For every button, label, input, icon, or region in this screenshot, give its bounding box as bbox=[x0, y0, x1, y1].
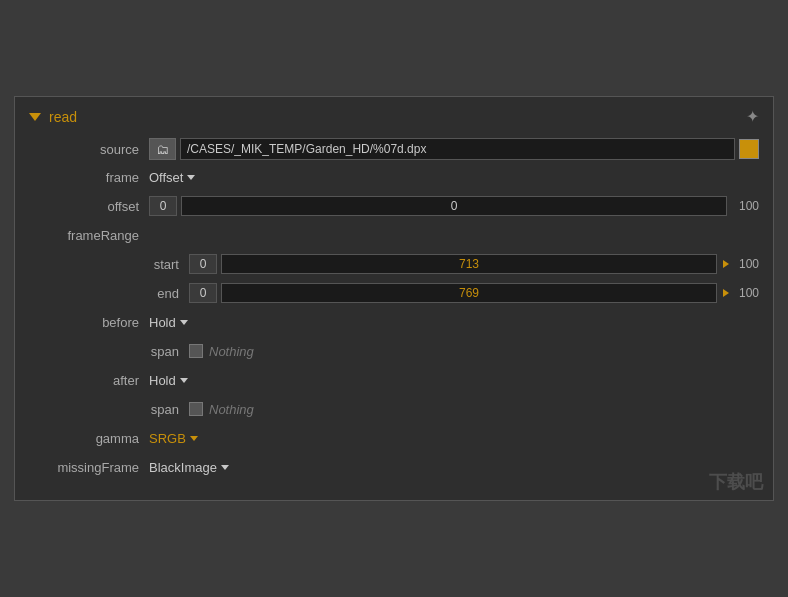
start-label: start bbox=[29, 257, 189, 272]
missingframe-row: missingFrame BlackImage bbox=[29, 455, 759, 479]
framerange-row: frameRange bbox=[29, 223, 759, 247]
start-left-input[interactable] bbox=[189, 254, 217, 274]
after-mode-chevron bbox=[180, 378, 188, 383]
source-row: source 🗂 bbox=[29, 138, 759, 160]
missingframe-label: missingFrame bbox=[29, 460, 149, 475]
end-slider[interactable]: 769 bbox=[221, 283, 717, 303]
after-span-nothing: Nothing bbox=[209, 402, 254, 417]
after-mode-value: Hold bbox=[149, 373, 176, 388]
end-row: end 769 100 bbox=[29, 281, 759, 305]
read-panel: read ✦ source 🗂 frame Offset offset 0 10… bbox=[14, 96, 774, 501]
before-mode-value: Hold bbox=[149, 315, 176, 330]
end-arrow-icon bbox=[723, 289, 729, 297]
gamma-row: gamma SRGB bbox=[29, 426, 759, 450]
watermark: 下载吧 bbox=[709, 470, 763, 494]
before-span-nothing: Nothing bbox=[209, 344, 254, 359]
start-slider-row: 713 100 bbox=[189, 254, 759, 274]
source-color-button[interactable] bbox=[739, 139, 759, 159]
after-row: after Hold bbox=[29, 368, 759, 392]
start-slider[interactable]: 713 bbox=[221, 254, 717, 274]
missingframe-dropdown[interactable]: BlackImage bbox=[149, 460, 229, 475]
start-right-value: 100 bbox=[731, 257, 759, 271]
end-slider-row: 769 100 bbox=[189, 283, 759, 303]
before-span-row: span Nothing bbox=[29, 339, 759, 363]
gamma-chevron bbox=[190, 436, 198, 441]
offset-slider[interactable]: 0 bbox=[181, 196, 727, 216]
before-mode-chevron bbox=[180, 320, 188, 325]
before-span-checkbox[interactable] bbox=[189, 344, 203, 358]
start-arrow-icon bbox=[723, 260, 729, 268]
end-right-value: 100 bbox=[731, 286, 759, 300]
offset-label: offset bbox=[29, 199, 149, 214]
before-row: before Hold bbox=[29, 310, 759, 334]
folder-button[interactable]: 🗂 bbox=[149, 138, 176, 160]
gamma-dropdown[interactable]: SRGB bbox=[149, 431, 198, 446]
offset-slider-row: 0 100 bbox=[149, 196, 759, 216]
end-center-value: 769 bbox=[459, 286, 479, 300]
end-label: end bbox=[29, 286, 189, 301]
offset-row: offset 0 100 bbox=[29, 194, 759, 218]
end-left-input[interactable] bbox=[189, 283, 217, 303]
start-arrow-button[interactable] bbox=[721, 260, 731, 268]
offset-center-value: 0 bbox=[451, 199, 458, 213]
after-label: after bbox=[29, 373, 149, 388]
start-center-value: 713 bbox=[459, 257, 479, 271]
collapse-icon[interactable] bbox=[29, 113, 41, 121]
missingframe-chevron bbox=[221, 465, 229, 470]
panel-title: read bbox=[49, 109, 77, 125]
panel-header: read ✦ bbox=[29, 107, 759, 126]
source-path-input[interactable] bbox=[180, 138, 735, 160]
frame-mode-value: Offset bbox=[149, 170, 183, 185]
frame-row: frame Offset bbox=[29, 165, 759, 189]
before-mode-dropdown[interactable]: Hold bbox=[149, 315, 188, 330]
gamma-label: gamma bbox=[29, 431, 149, 446]
before-span-label: span bbox=[29, 344, 189, 359]
framerange-label: frameRange bbox=[29, 228, 149, 243]
after-span-checkbox[interactable] bbox=[189, 402, 203, 416]
frame-label: frame bbox=[29, 170, 149, 185]
after-mode-dropdown[interactable]: Hold bbox=[149, 373, 188, 388]
missingframe-value: BlackImage bbox=[149, 460, 217, 475]
after-span-label: span bbox=[29, 402, 189, 417]
pin-icon[interactable]: ✦ bbox=[746, 107, 759, 126]
source-label: source bbox=[29, 142, 149, 157]
offset-right-value: 100 bbox=[731, 199, 759, 213]
frame-mode-dropdown[interactable]: Offset bbox=[149, 170, 195, 185]
gamma-value: SRGB bbox=[149, 431, 186, 446]
before-label: before bbox=[29, 315, 149, 330]
after-span-row: span Nothing bbox=[29, 397, 759, 421]
offset-left-input[interactable] bbox=[149, 196, 177, 216]
frame-mode-chevron bbox=[187, 175, 195, 180]
start-row: start 713 100 bbox=[29, 252, 759, 276]
panel-title-row: read bbox=[29, 109, 77, 125]
end-arrow-button[interactable] bbox=[721, 289, 731, 297]
